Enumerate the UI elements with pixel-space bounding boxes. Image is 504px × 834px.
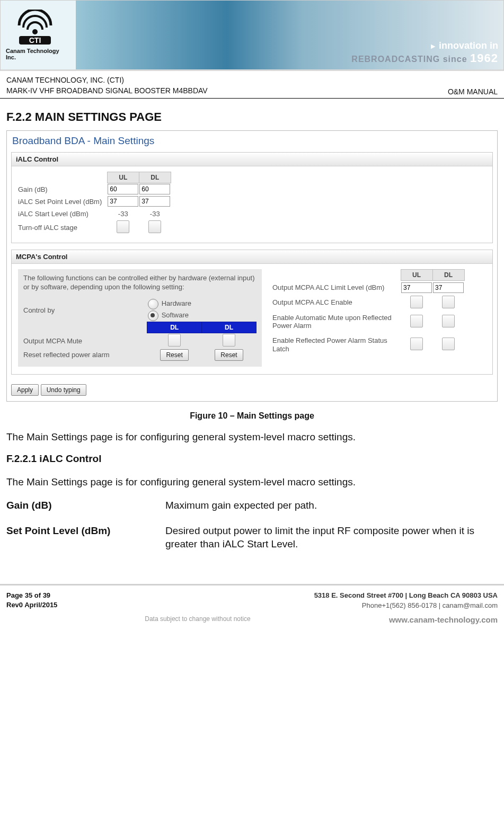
def-gain-term: Gain (dB) — [6, 499, 165, 524]
def-gain-desc: Maximum gain expected per path. — [165, 499, 498, 524]
logo-text: Canam Technology Inc. — [6, 48, 64, 60]
start-dl-value: -33 — [139, 208, 171, 220]
footer-website: www.canam-technology.com — [389, 615, 498, 624]
screenshot-panel: Broadband BDA - Main Settings iALC Contr… — [6, 130, 498, 402]
reset-label: Reset reflected power alarm — [23, 349, 147, 361]
tagline-line2b: since — [443, 55, 467, 64]
section-title: F.2.2 MAIN SETTINGS PAGE — [0, 99, 504, 126]
alc-enable-dl-checkbox[interactable] — [442, 296, 455, 308]
software-option: Software — [162, 311, 189, 319]
alc-enable-ul-checkbox[interactable] — [410, 296, 423, 308]
latch-label: Enable Reflected Power Alarm Status Latc… — [272, 333, 401, 356]
software-radio[interactable] — [148, 310, 158, 321]
doc-type: O&M MANUAL — [448, 87, 498, 96]
mcpa-right-dl: DL — [432, 269, 464, 280]
banner: CTI Canam Technology Inc. ►innovation in… — [0, 0, 504, 71]
screenshot-title: Broadband BDA - Main Settings — [7, 131, 497, 152]
control-by-label: Control by — [23, 298, 147, 322]
mcpa-dl-col2: DL — [202, 322, 257, 333]
apply-button[interactable]: Apply — [11, 384, 39, 396]
ialc-col-ul: UL — [107, 172, 139, 183]
hardware-option: Hardware — [162, 299, 191, 307]
start-ul-value: -33 — [107, 208, 139, 220]
mute-dl2-checkbox[interactable] — [223, 334, 235, 347]
automute-label: Enable Automatic Mute upon Reflected Pow… — [272, 310, 401, 333]
company-name: CANAM TECHNOLOGY, INC. (CTI) — [6, 75, 208, 86]
footer-phone: Phone+1(562) 856-0178 | canam@mail.com — [314, 601, 498, 611]
mcpa-intro: The following functions can be controlle… — [23, 273, 257, 292]
setpoint-label: iALC Set Point Level (dBm) — [18, 196, 107, 208]
start-label: iALC Start Level (dBm) — [18, 208, 107, 220]
automute-ul-checkbox[interactable] — [410, 315, 423, 327]
svg-point-0 — [32, 29, 38, 34]
mcpa-panel: MCPA's Control The following functions c… — [11, 250, 493, 375]
ialc-panel-header: iALC Control — [12, 153, 492, 166]
page-footer: Page 35 of 39 Rev0 April/2015 5318 E. Se… — [0, 584, 504, 613]
limit-dl-input[interactable] — [433, 282, 464, 293]
mute-label: Output MCPA Mute — [23, 333, 147, 349]
ialc-panel: iALC Control UL DL Gain (dB) iALC Set Po… — [11, 152, 493, 243]
banner-tagline: ►innovation in REBROADCASTING since 1962 — [351, 40, 498, 65]
undo-button[interactable]: Undo typing — [41, 384, 86, 396]
hardware-radio[interactable] — [148, 299, 158, 309]
reset-dl2-button[interactable]: Reset — [215, 349, 243, 361]
footer-page: Page 35 of 39 — [6, 591, 57, 600]
product-name: MARK-IV VHF BROADBAND SIGNAL BOOSTER M4B… — [6, 86, 208, 96]
svg-text:CTI: CTI — [29, 36, 41, 45]
mcpa-right-ul: UL — [401, 269, 432, 280]
def-setpoint-term: Set Point Level (dBm) — [6, 524, 165, 563]
gain-ul-input[interactable] — [108, 184, 138, 194]
cti-logo: CTI Canam Technology Inc. — [6, 8, 64, 61]
mcpa-panel-header: MCPA's Control — [12, 250, 492, 264]
def-setpoint-desc: Desired output power to limit the input … — [165, 524, 498, 563]
latch-ul-checkbox[interactable] — [410, 338, 423, 350]
gain-label: Gain (dB) — [18, 183, 107, 196]
tagline-year: 1962 — [470, 51, 498, 65]
footer-disclaimer: Data subject to change without notice — [145, 615, 250, 624]
document-header: CANAM TECHNOLOGY, INC. (CTI) MARK-IV VHF… — [0, 71, 504, 99]
turnoff-ul-checkbox[interactable] — [117, 220, 129, 233]
ialc-col-dl: DL — [139, 172, 171, 183]
limit-label: Output MCPA ALC Limit Level (dBm) — [272, 280, 401, 295]
latch-dl-checkbox[interactable] — [442, 338, 455, 350]
alc-enable-label: Output MCPA ALC Enable — [272, 295, 401, 310]
footer-rev: Rev0 April/2015 — [6, 600, 57, 610]
paragraph-1: The Main Settings page is for configurin… — [0, 430, 504, 454]
reset-dl1-button[interactable]: Reset — [160, 349, 188, 361]
automute-dl-checkbox[interactable] — [442, 315, 455, 327]
sub-footer: Data subject to change without notice ww… — [0, 613, 504, 631]
setpoint-ul-input[interactable] — [108, 196, 138, 207]
turnoff-dl-checkbox[interactable] — [148, 220, 161, 233]
figure-caption: Figure 10 – Main Settings page — [0, 404, 504, 430]
triangle-icon: ► — [429, 42, 437, 50]
limit-ul-input[interactable] — [401, 282, 432, 293]
tagline-line2a: REBROADCASTING — [351, 55, 440, 64]
paragraph-2: The Main Settings page is for configurin… — [0, 475, 504, 499]
setpoint-dl-input[interactable] — [139, 196, 170, 207]
gain-dl-input[interactable] — [139, 184, 170, 194]
tagline-line1: innovation in — [439, 40, 498, 51]
mcpa-right-block: UL DL Output MCPA ALC Limit Level (dBm) … — [272, 269, 465, 367]
mcpa-left-block: The following functions can be controlle… — [18, 269, 262, 367]
mcpa-dl-col1: DL — [147, 322, 202, 333]
turnoff-label: Turn-off iALC stage — [18, 220, 107, 235]
footer-address: 5318 E. Second Street #700 | Long Beach … — [314, 591, 498, 599]
subsection-title: F.2.2.1 iALC Control — [0, 453, 504, 475]
mute-dl1-checkbox[interactable] — [168, 334, 181, 347]
definitions-table: Gain (dB) Maximum gain expected per path… — [6, 499, 498, 563]
